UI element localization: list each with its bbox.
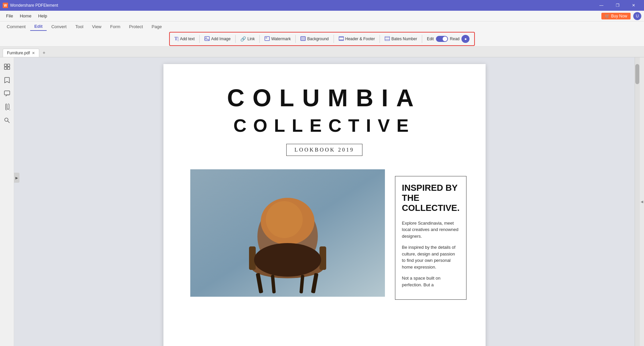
edit-read-toggle: Edit Read ● [424,34,472,44]
left-sidebar [0,57,14,346]
link-icon: 🔗 [240,36,246,42]
sidebar-thumbnails[interactable] [1,61,13,73]
edit-tools-row: T| Add text Add Image 🔗 Link [0,32,644,46]
header-footer-label: Header & Footer [345,37,375,41]
add-image-icon [204,36,210,42]
close-button[interactable]: ✕ [626,0,641,11]
svg-line-20 [8,121,9,123]
read-circle-button[interactable]: ● [461,35,469,43]
tab-protect[interactable]: Protect [125,23,147,31]
pdf-text-area: INSPIRED BY THE COLLECTIVE. Explore Scan… [385,169,474,306]
menu-help[interactable]: Help [35,12,51,20]
watermark-label: Watermark [271,37,291,41]
watermark-button[interactable]: Watermark [262,35,293,43]
app-logo: W [3,3,8,8]
document-tab-bar: Furniture.pdf ✕ + [0,47,644,57]
sidebar-comments[interactable] [1,88,13,100]
pdf-body-3: Not a space built on perfection. But a [402,275,460,288]
svg-rect-11 [385,37,390,41]
user-avatar[interactable]: U [633,12,641,20]
pdf-chair-image [190,169,385,297]
pdf-bottom-section: INSPIRED BY THE COLLECTIVE. Explore Scan… [190,169,459,306]
tab-convert[interactable]: Convert [47,23,71,31]
pdf-body-2: Be inspired by the details of culture, d… [402,244,460,270]
menu-home[interactable]: Home [16,12,35,20]
svg-text:W: W [4,4,7,7]
buy-now-button[interactable]: 🛒 Buy Now [601,13,631,19]
toolbar-container: Comment Edit Convert Tool View Form Prot… [0,21,644,47]
sidebar-bookmarks[interactable] [1,74,13,86]
pdf-text-box: INSPIRED BY THE COLLECTIVE. Explore Scan… [395,176,467,300]
link-label: Link [247,37,255,41]
header-footer-button[interactable]: Header & Footer [336,35,378,43]
menu-file[interactable]: File [3,12,16,20]
svg-rect-15 [7,64,10,66]
svg-rect-6 [301,37,305,41]
title-bar-left: W Wondershare PDFElement [3,3,58,8]
link-button[interactable]: 🔗 Link [238,35,257,43]
bates-number-icon [385,36,390,42]
tab-label: Furniture.pdf [7,51,30,55]
scrollbar-thumb[interactable] [635,64,639,84]
main-area: ▶ COLUMBIA COLLECTIVE LOOKBOOK 2019 [0,57,644,346]
divider-3 [259,35,260,43]
app-title: Wondershare PDFElement [10,3,58,8]
right-collapse-arrow-icon: ◀ [641,200,643,204]
pdf-viewer: COLUMBIA COLLECTIVE LOOKBOOK 2019 [14,57,635,346]
tab-page[interactable]: Page [148,23,166,31]
mode-toggle-switch[interactable] [436,36,448,42]
add-image-button[interactable]: Add Image [202,35,233,43]
svg-rect-16 [4,67,7,69]
cart-icon: 🛒 [605,14,610,18]
bates-number-label: Bates Number [391,37,417,41]
restore-button[interactable]: ❐ [610,0,625,11]
pdf-sub-title: COLLECTIVE [190,115,459,136]
ribbon-tabs: Comment Edit Convert Tool View Form Prot… [0,21,644,32]
add-text-label: Add text [180,37,195,41]
tab-view[interactable]: View [88,23,105,31]
divider-7 [422,35,422,43]
tab-close-button[interactable]: ✕ [32,51,35,55]
sidebar-attachments[interactable] [1,101,13,113]
vertical-scrollbar[interactable] [635,57,639,346]
combined-menubar: File Home Help 🛒 Buy Now U [0,11,644,21]
minimize-button[interactable]: — [594,0,609,11]
svg-rect-5 [265,37,267,39]
divider-5 [334,35,334,43]
watermark-icon [264,36,270,42]
svg-rect-18 [4,91,10,95]
buy-now-label: Buy Now [611,14,627,18]
title-bar: W Wondershare PDFElement — ❐ ✕ [0,0,644,11]
edit-tools-group: T| Add text Add Image 🔗 Link [169,32,475,46]
add-text-button[interactable]: T| Add text [172,35,197,43]
svg-rect-4 [265,37,269,41]
new-tab-button[interactable]: + [39,48,49,57]
svg-rect-14 [4,64,7,66]
svg-point-32 [254,243,321,277]
pdf-body-1: Explore Scandinavia, meet local creative… [402,220,460,240]
bates-number-button[interactable]: Bates Number [382,35,420,43]
read-mode-label: Read [450,37,460,41]
title-bar-controls[interactable]: — ❐ ✕ [594,0,641,11]
add-image-label: Add Image [211,37,231,41]
divider-1 [199,35,200,43]
sidebar-search[interactable] [1,114,13,126]
header-footer-icon [339,36,344,42]
pdf-document: COLUMBIA COLLECTIVE LOOKBOOK 2019 [163,64,486,346]
tab-tool[interactable]: Tool [71,23,87,31]
background-icon [300,36,306,42]
tab-comment[interactable]: Comment [3,23,30,31]
svg-point-31 [266,201,303,238]
svg-rect-17 [7,67,10,69]
sidebar-collapse-arrow[interactable]: ▶ [14,173,19,183]
pdf-inspired-heading: INSPIRED BY THE COLLECTIVE. [402,183,460,213]
background-label: Background [307,37,329,41]
divider-2 [235,35,236,43]
right-panel-collapse[interactable]: ◀ [639,57,644,346]
pdf-lookbook-label: LOOKBOOK 2019 [286,144,363,156]
background-button[interactable]: Background [298,35,331,43]
furniture-pdf-tab[interactable]: Furniture.pdf ✕ [3,49,39,57]
tab-form[interactable]: Form [106,23,124,31]
add-text-icon: T| [175,36,179,42]
tab-edit[interactable]: Edit [30,22,47,31]
